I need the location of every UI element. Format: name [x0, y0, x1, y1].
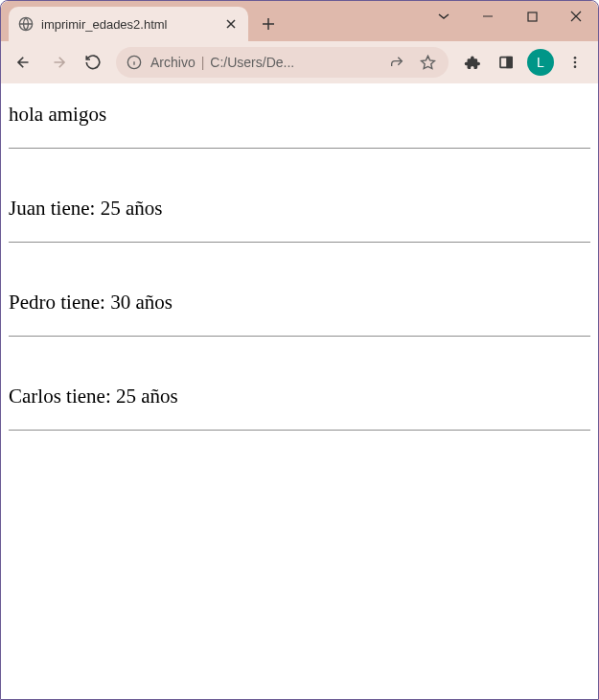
address-separator: | [201, 55, 205, 70]
close-window-button[interactable] [554, 1, 598, 32]
extensions-button[interactable] [456, 47, 487, 78]
address-text: Archivo | C:/Users/De... [150, 55, 378, 70]
page-content: hola amigos Juan tiene: 25 añosPedro tie… [1, 83, 598, 700]
address-prefix: Archivo [150, 55, 196, 70]
divider [9, 242, 590, 243]
divider [9, 430, 590, 431]
maximize-button[interactable] [510, 1, 554, 32]
window-controls [422, 1, 598, 41]
entry-text: Juan tiene: 25 años [9, 197, 590, 221]
tab-strip: imprimir_edades2.html [1, 1, 283, 41]
minimize-button[interactable] [466, 1, 510, 32]
entry-text: Pedro tiene: 30 años [9, 291, 590, 315]
tab-title: imprimir_edades2.html [41, 17, 216, 32]
avatar-initial: L [537, 55, 544, 70]
star-icon[interactable] [416, 51, 439, 74]
greeting-block: hola amigos [9, 103, 590, 149]
address-url: C:/Users/De... [210, 55, 294, 70]
browser-tab[interactable]: imprimir_edades2.html [9, 7, 248, 41]
back-button[interactable] [9, 47, 39, 78]
globe-icon [18, 16, 34, 32]
close-icon[interactable] [223, 16, 239, 32]
entry-block: Carlos tiene: 25 años [9, 385, 590, 431]
forward-button[interactable] [43, 47, 74, 78]
entry-text: Carlos tiene: 25 años [9, 385, 590, 408]
svg-point-7 [574, 65, 577, 68]
browser-toolbar: Archivo | C:/Users/De... L [1, 41, 598, 83]
divider [9, 336, 590, 337]
menu-button[interactable] [560, 47, 590, 78]
info-icon[interactable] [126, 54, 143, 71]
svg-point-6 [574, 61, 577, 64]
window-titlebar: imprimir_edades2.html [1, 1, 598, 41]
svg-point-5 [574, 57, 577, 59]
new-tab-button[interactable] [254, 10, 283, 38]
address-bar[interactable]: Archivo | C:/Users/De... [116, 47, 449, 78]
side-panel-button[interactable] [491, 47, 521, 78]
entry-block: Pedro tiene: 30 años [9, 291, 590, 337]
divider [9, 148, 590, 149]
reload-button[interactable] [78, 47, 108, 78]
svg-rect-1 [528, 12, 537, 21]
profile-avatar[interactable]: L [527, 49, 554, 76]
chevron-down-icon[interactable] [422, 1, 466, 32]
entry-block: Juan tiene: 25 años [9, 197, 590, 243]
share-icon[interactable] [385, 51, 408, 74]
greeting-text: hola amigos [9, 103, 590, 127]
svg-rect-4 [507, 58, 512, 68]
